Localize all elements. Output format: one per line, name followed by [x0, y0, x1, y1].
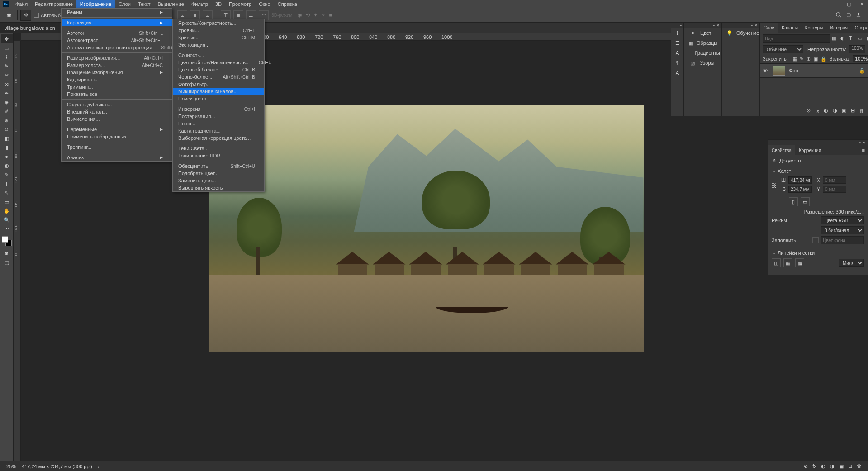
- menu-item[interactable]: Экспозиция...: [173, 41, 264, 48]
- close-icon[interactable]: ✕: [716, 24, 720, 28]
- 3d-icon[interactable]: ⟲: [306, 12, 310, 18]
- frame-tool[interactable]: ⊠: [1, 80, 13, 89]
- grid-icon[interactable]: ▦: [783, 258, 792, 267]
- menu-item[interactable]: Кривые...Ctrl+M: [173, 34, 264, 41]
- menu-окно[interactable]: Окно: [255, 0, 274, 8]
- move-tool[interactable]: ✥: [1, 34, 13, 43]
- screen-mode-icon[interactable]: ▢: [1, 258, 13, 267]
- menu-item[interactable]: Сочность...: [173, 52, 264, 59]
- gradient-tool[interactable]: ▮: [1, 143, 13, 152]
- height-input[interactable]: [788, 186, 812, 193]
- opacity-value[interactable]: 100%: [849, 45, 865, 53]
- 3d-icon[interactable]: ◉: [298, 12, 302, 18]
- 3d-icon[interactable]: ✦: [313, 12, 318, 18]
- zoom-level[interactable]: 25%: [6, 464, 16, 469]
- menu-item[interactable]: Режим▶: [62, 9, 172, 16]
- y-input[interactable]: [823, 186, 846, 193]
- status-icon[interactable]: ◐: [821, 463, 825, 469]
- menu-выделение[interactable]: Выделение: [154, 0, 188, 8]
- menu-item[interactable]: Постеризация...: [173, 113, 264, 120]
- mini-panel-button[interactable]: ⚭Цвет: [684, 28, 721, 38]
- menu-item[interactable]: Черно-белое...Alt+Shift+Ctrl+B: [173, 73, 264, 81]
- menu-item[interactable]: Вычисления...: [62, 115, 172, 123]
- layers-search-input[interactable]: [763, 34, 830, 43]
- menu-файл[interactable]: Файл: [12, 0, 31, 8]
- menu-item[interactable]: Заменить цвет...: [173, 177, 264, 184]
- lock-position-icon[interactable]: ⊕: [806, 56, 811, 62]
- stamp-tool[interactable]: ⎈: [1, 116, 13, 125]
- eyedropper-tool[interactable]: ✒: [1, 89, 13, 98]
- menu-item[interactable]: Создать дубликат...: [62, 101, 172, 108]
- filter-smart-icon[interactable]: ◧: [866, 35, 868, 42]
- lock-paint-icon[interactable]: ✎: [800, 56, 804, 62]
- menu-item[interactable]: Подобрать цвет...: [173, 170, 264, 177]
- history-brush-tool[interactable]: ↺: [1, 125, 13, 134]
- status-icon[interactable]: ⊞: [848, 463, 852, 469]
- autoselect-checkbox[interactable]: Автовыбо: [34, 13, 63, 18]
- expand-icon[interactable]: »: [751, 24, 753, 28]
- menu-item[interactable]: Цветовой баланс...Ctrl+B: [173, 66, 264, 73]
- mini-panel-button[interactable]: ℹ: [671, 28, 683, 38]
- shape-tool[interactable]: ▭: [1, 197, 13, 206]
- tab-adjustments[interactable]: Коррекция: [795, 145, 825, 155]
- width-input[interactable]: [788, 176, 812, 184]
- lock-icon[interactable]: 🔒: [859, 68, 865, 74]
- menu-item[interactable]: Карта градиента...: [173, 127, 264, 134]
- menu-item[interactable]: Порог...: [173, 120, 264, 127]
- quick-mask-icon[interactable]: ◙: [1, 249, 13, 258]
- orientation-portrait-icon[interactable]: ▯: [789, 197, 798, 206]
- tab-история[interactable]: История: [826, 23, 851, 33]
- share-icon[interactable]: [855, 12, 862, 19]
- menu-item[interactable]: Тонирование HDR...: [173, 152, 264, 159]
- layer-item[interactable]: 👁 Фон 🔒: [760, 63, 868, 78]
- fill-swatch[interactable]: [812, 237, 819, 243]
- menu-3d[interactable]: 3D: [212, 0, 225, 8]
- mini-panel-button[interactable]: A: [671, 48, 683, 58]
- menu-item[interactable]: Выровнять яркость: [173, 184, 264, 191]
- menu-item[interactable]: Тени/Света...: [173, 145, 264, 152]
- blur-tool[interactable]: ●: [1, 152, 13, 161]
- menu-фильтр[interactable]: Фильтр: [188, 0, 212, 8]
- status-icon[interactable]: fx: [812, 463, 816, 469]
- document-canvas[interactable]: [209, 105, 644, 352]
- quick-select-tool[interactable]: ✎: [1, 62, 13, 71]
- menu-слои[interactable]: Слои: [115, 0, 134, 8]
- filter-shape-icon[interactable]: ▭: [858, 35, 864, 42]
- tab-слои[interactable]: Слои: [760, 23, 778, 33]
- menu-item[interactable]: Размер холста...Alt+Ctrl+C: [62, 62, 172, 69]
- visibility-icon[interactable]: 👁: [763, 68, 769, 73]
- fill-color-select[interactable]: Цвет фона: [821, 236, 864, 244]
- adjustment-icon[interactable]: ◑: [833, 108, 837, 114]
- lock-all-icon[interactable]: 🔒: [821, 56, 827, 62]
- status-icon[interactable]: ▣: [839, 463, 844, 469]
- filter-image-icon[interactable]: ▦: [832, 35, 839, 42]
- lock-artboard-icon[interactable]: ▣: [813, 56, 818, 62]
- menu-item[interactable]: Коррекция▶: [62, 19, 172, 26]
- new-layer-icon[interactable]: ⊞: [851, 108, 855, 114]
- brush-tool[interactable]: ✐: [1, 107, 13, 116]
- color-mode-select[interactable]: Цвета RGB: [821, 216, 864, 224]
- dodge-tool[interactable]: ◐: [1, 161, 13, 170]
- hand-tool[interactable]: ✋: [1, 206, 13, 215]
- healing-tool[interactable]: ⊕: [1, 98, 13, 107]
- status-arrow-icon[interactable]: ›: [98, 464, 100, 469]
- menu-изображение[interactable]: Изображение: [76, 0, 115, 8]
- status-icon[interactable]: ◑: [830, 463, 835, 469]
- mini-panel-button[interactable]: ≡Градиенты: [684, 48, 721, 58]
- orientation-landscape-icon[interactable]: ▭: [801, 197, 810, 206]
- menu-item[interactable]: Цветовой тон/Насыщенность...Ctrl+U: [173, 59, 264, 66]
- search-icon[interactable]: [835, 12, 842, 19]
- x-input[interactable]: [823, 176, 846, 184]
- bit-depth-select[interactable]: 8 бит/канал: [821, 226, 864, 234]
- zoom-tool[interactable]: 🔍: [1, 215, 13, 224]
- menu-текст[interactable]: Текст: [134, 0, 154, 8]
- 3d-icon[interactable]: ✧: [321, 12, 325, 18]
- ruler-icon[interactable]: ◫: [772, 258, 781, 267]
- document-tab[interactable]: village-bungalows-alon: [0, 23, 60, 33]
- filter-adj-icon[interactable]: ◐: [840, 35, 847, 42]
- crop-tool[interactable]: ✂: [1, 71, 13, 80]
- units-select[interactable]: Миллиме...: [839, 259, 864, 267]
- tab-контуры[interactable]: Контуры: [802, 23, 826, 33]
- menu-item[interactable]: ОбесцветитьShift+Ctrl+U: [173, 162, 264, 170]
- maximize-button[interactable]: ▢: [843, 0, 855, 8]
